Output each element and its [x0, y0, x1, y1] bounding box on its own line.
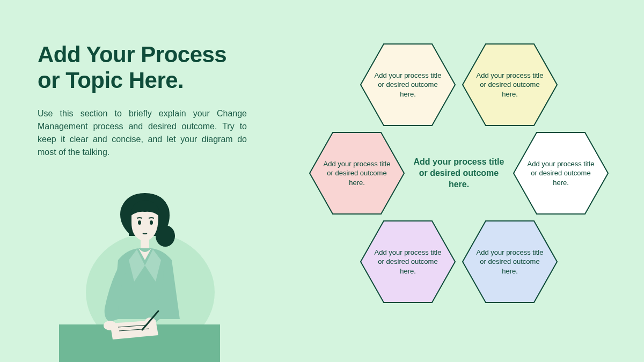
hexagon-5: Add your process title or desired outcom…	[360, 220, 456, 304]
hexagon-1-label: Add your process title or desired outcom…	[360, 71, 456, 99]
slide-description: Use this section to briefly explain your…	[38, 107, 247, 159]
hexagon-5-label: Add your process title or desired outcom…	[360, 248, 456, 276]
hexagon-6-label: Add your process title or desired outcom…	[462, 248, 558, 276]
title-line-1: Add Your Process	[38, 42, 226, 67]
slide-title: Add Your Process or Topic Here.	[38, 42, 226, 94]
svg-point-8	[104, 321, 116, 330]
svg-rect-4	[141, 240, 149, 249]
hexagon-2: Add your process title or desired outcom…	[462, 43, 558, 127]
title-line-2: or Topic Here.	[38, 68, 184, 93]
hexagon-4: Add your process title or desired outcom…	[513, 131, 609, 215]
svg-point-1	[156, 225, 175, 247]
person-writing-illustration	[59, 185, 220, 362]
center-label: Add your process title or desired outcom…	[411, 157, 507, 190]
hexagon-diagram: Add your process title or desired outcom…	[290, 38, 628, 338]
hexagon-3-label: Add your process title or desired outcom…	[309, 159, 405, 188]
hexagon-6: Add your process title or desired outcom…	[462, 220, 558, 304]
svg-point-3	[150, 220, 153, 225]
hexagon-2-label: Add your process title or desired outcom…	[462, 71, 558, 99]
hexagon-4-label: Add your process title or desired outcom…	[513, 159, 609, 188]
hexagon-1: Add your process title or desired outcom…	[360, 43, 456, 127]
hexagon-3: Add your process title or desired outcom…	[309, 131, 405, 215]
svg-point-2	[138, 220, 141, 225]
